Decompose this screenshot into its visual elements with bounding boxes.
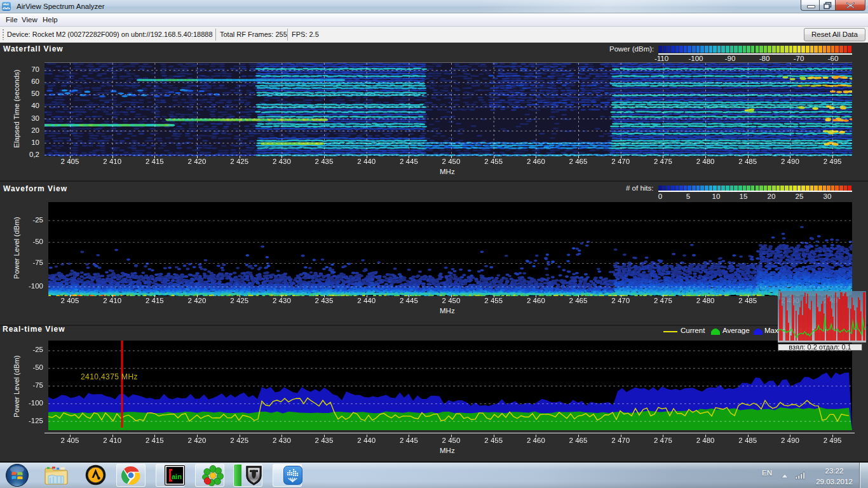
svg-text:ain: ain (172, 473, 182, 480)
